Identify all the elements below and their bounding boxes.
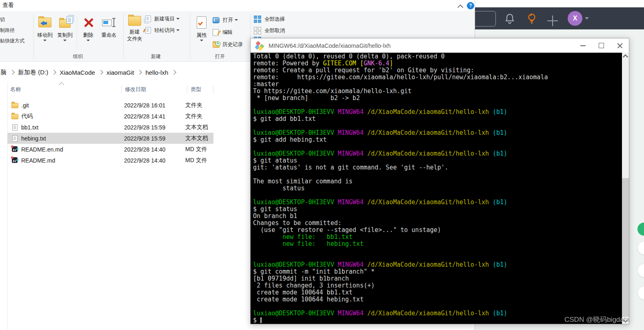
dropdown-caret-icon xyxy=(176,29,180,31)
breadcrumb-item-hello-lxh[interactable]: hello-lxh xyxy=(144,69,170,76)
column-header-name[interactable]: 名称 xyxy=(7,85,122,94)
cut-button-partial[interactable]: 切 xyxy=(0,14,33,25)
file-row[interactable]: 代码2022/9/28 14:41文件夹 xyxy=(7,111,213,122)
select-all-button[interactable]: 全部选择 xyxy=(254,15,285,24)
file-row[interactable]: hebing.txt2022/9/28 15:59文本文档 xyxy=(7,133,213,144)
file-date: 2022/9/28 15:59 xyxy=(124,124,185,131)
file-date: 2022/9/28 14:40 xyxy=(124,157,185,164)
terminal-title: MINGW64:/d/XiaoMaCode/xiaomaGit/hello-lx… xyxy=(269,42,574,49)
text-file-icon xyxy=(11,124,19,131)
file-date: 2022/9/28 14:40 xyxy=(124,146,185,153)
floating-action-green[interactable] xyxy=(637,223,644,236)
group-divider xyxy=(190,13,190,59)
plus-icon[interactable] xyxy=(547,16,558,26)
copy-to-icon xyxy=(59,19,71,28)
terminal-screen[interactable]: Total 0 (delta 0), reused 0 (delta 0), p… xyxy=(251,53,622,324)
file-name: bb1.txt xyxy=(21,124,124,131)
edit-button[interactable]: 编辑 xyxy=(213,28,233,37)
file-type: 文本文档 xyxy=(185,135,213,142)
floating-action-3[interactable] xyxy=(637,286,644,300)
scrollbar-thumb[interactable] xyxy=(622,178,629,317)
terminal-line: $ git commit -m "init b1branch" * xyxy=(253,268,622,275)
file-row[interactable]: README.md2022/9/28 14:40MD 文件 xyxy=(7,155,213,166)
lightbulb-icon[interactable] xyxy=(526,13,537,24)
clipboard-group-clipped: 切 制路径 贴快捷方式 xyxy=(0,14,33,46)
terminal-line: luxiao@DESKTOP-0HI3EVV MINGW64 /d/XiaoMa… xyxy=(253,109,622,116)
terminal-line xyxy=(253,102,622,109)
breadcrumb-item-drive[interactable]: 新加卷 (D:) xyxy=(16,69,50,76)
file-row[interactable]: bb1.txt2022/9/28 15:59文本文档 xyxy=(7,122,213,133)
move-to-button[interactable]: 移动到 xyxy=(35,13,55,41)
open-icon xyxy=(213,17,220,23)
history-button[interactable]: 历史记录 xyxy=(213,40,243,49)
minimize-button[interactable] xyxy=(574,38,592,53)
terminal-line: 2 files changed, 3 insertions(+) xyxy=(253,282,622,289)
properties-button[interactable]: 属性 xyxy=(193,13,210,41)
copy-path-button-partial[interactable]: 制路径 xyxy=(0,25,33,36)
terminal-line: remote: Powered by GITEE.COM [GNK-6.4] xyxy=(253,60,622,67)
terminal-line: luxiao@DESKTOP-0HI3EVV MINGW64 /d/XiaoMa… xyxy=(253,129,622,136)
file-type: 文本文档 xyxy=(185,124,213,131)
csdn-watermark: CSDN @晓码bigdata xyxy=(564,315,630,324)
file-row[interactable]: .git2022/9/28 16:01文件夹 xyxy=(7,100,213,111)
file-type: 文件夹 xyxy=(185,102,213,109)
file-name: hebing.txt xyxy=(21,135,124,142)
terminal-line: git: 'atatus' is not a git command. See … xyxy=(253,164,622,171)
group-label-open: 打开 xyxy=(193,53,246,60)
paste-shortcut-button-partial[interactable]: 贴快捷方式 xyxy=(0,36,33,46)
ribbon-tab-row: 查看 ? xyxy=(0,0,475,11)
terminal-line: Changes to be committed: xyxy=(253,220,622,227)
terminal-line: luxiao@DESKTOP-0HI3EVV MINGW64 /d/XiaoMa… xyxy=(253,199,622,206)
chevron-right-icon xyxy=(52,70,56,74)
browser-top-strip xyxy=(475,0,644,7)
avatar-letter: X xyxy=(573,15,577,22)
file-date: 2022/9/28 16:01 xyxy=(124,102,185,109)
file-row[interactable]: README.en.md2022/9/28 14:40MD 文件 xyxy=(7,144,213,155)
new-item-icon xyxy=(145,16,151,22)
scroll-up-icon[interactable] xyxy=(623,54,628,60)
open-button[interactable]: 打开 xyxy=(213,16,238,25)
terminal-line: [b1 09719dd] init b1branch xyxy=(253,275,622,282)
dropdown-caret-icon xyxy=(176,18,180,20)
file-date: 2022/9/28 15:59 xyxy=(124,135,185,142)
md-file-icon xyxy=(11,146,19,153)
delete-button[interactable]: 删除 xyxy=(79,13,97,41)
terminal-cursor xyxy=(260,317,262,323)
collapse-ribbon-icon[interactable] xyxy=(458,4,463,9)
terminal-line: remote: https://gitee.com/xiaomala/hello… xyxy=(253,74,622,81)
copy-to-button[interactable]: 复制到 xyxy=(55,13,75,41)
select-none-button[interactable]: 全部取消 xyxy=(254,26,285,35)
terminal-scrollbar[interactable] xyxy=(622,53,629,324)
new-folder-button[interactable]: 新建 文件夹 xyxy=(125,13,144,42)
dropdown-caret-icon xyxy=(43,40,47,41)
column-header-date[interactable]: 修改日期 xyxy=(122,85,187,94)
group-divider xyxy=(33,13,34,59)
breadcrumb-item-xiaomagit[interactable]: xiaomaGit xyxy=(105,69,136,76)
floating-action-1[interactable] xyxy=(637,241,644,255)
easy-access-button[interactable]: 轻松访问 xyxy=(145,26,180,35)
breadcrumb-prefix-partial[interactable]: 脑 xyxy=(0,69,8,76)
terminal-line xyxy=(253,247,622,254)
rename-button[interactable]: 重命名 xyxy=(97,13,121,39)
terminal-line: status xyxy=(253,185,622,192)
mintty-window: MINGW64:/d/XiaoMaCode/xiaomaGit/hello-lx… xyxy=(250,38,629,324)
close-button[interactable] xyxy=(611,38,629,53)
floating-action-2[interactable] xyxy=(637,263,644,277)
group-divider xyxy=(123,13,124,59)
tab-view[interactable]: 查看 xyxy=(2,2,14,9)
notifications-bell-icon[interactable] xyxy=(504,13,515,24)
new-item-button[interactable]: 新建项目 xyxy=(145,14,180,23)
terminal-line xyxy=(253,171,622,178)
help-icon[interactable]: ? xyxy=(467,2,474,9)
breadcrumb-item-xiaomacode[interactable]: XiaoMaCode xyxy=(58,69,97,76)
terminal-line: $ git add bb1.txt xyxy=(253,116,622,123)
terminal-line: create mode 100644 bb1.txt xyxy=(253,289,622,296)
terminal-title-bar[interactable]: MINGW64:/d/XiaoMaCode/xiaomaGit/hello-lx… xyxy=(251,38,629,53)
file-type: MD 文件 xyxy=(185,157,213,164)
column-header-type[interactable]: 类型 xyxy=(187,85,213,94)
avatar-dropdown-caret-icon[interactable] xyxy=(585,17,589,20)
avatar[interactable]: X xyxy=(568,11,582,26)
maximize-button[interactable] xyxy=(592,38,611,53)
delete-icon xyxy=(83,17,93,28)
terminal-line xyxy=(253,123,622,129)
